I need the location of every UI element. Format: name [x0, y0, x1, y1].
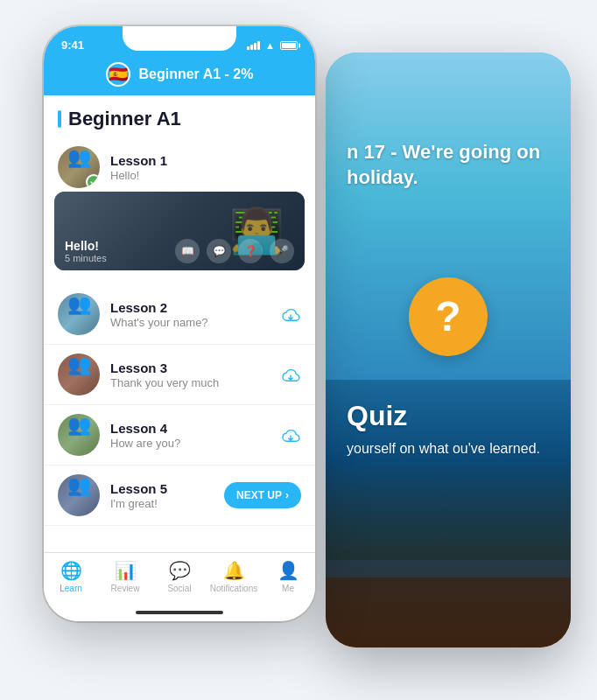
me-label: Me: [282, 584, 294, 593]
quiz-description: yourself on what ou've learned.: [347, 439, 540, 458]
lesson-item-4[interactable]: 👥 Lesson 4 How are you?: [44, 405, 315, 466]
review-icon: 📊: [115, 560, 137, 581]
card-icon-3[interactable]: ❓: [238, 239, 263, 263]
completed-badge: [86, 174, 100, 188]
lesson-5-info: Lesson 5 I'm great!: [110, 481, 214, 510]
card-icon-1[interactable]: 📖: [175, 239, 200, 263]
header-bar: 🇪🇸 Beginner A1 - 2%: [44, 55, 315, 95]
lesson-3-info: Lesson 3 Thank you very much: [110, 360, 270, 389]
quiz-card: n 17 - We're going on holiday. ? Quiz yo…: [326, 52, 571, 648]
lesson-3-avatar: 👥: [58, 354, 100, 396]
lesson-1-info: Lesson 1 Hello!: [110, 153, 301, 182]
lesson-4-title: Lesson 4: [110, 421, 270, 436]
lesson-item-2[interactable]: 👥 Lesson 2 What's your name?: [44, 284, 315, 345]
section-title-bar: [58, 110, 61, 128]
me-icon: 👤: [277, 560, 299, 581]
lesson-3-title: Lesson 3: [110, 360, 270, 375]
lesson-2-info: Lesson 2 What's your name?: [110, 300, 270, 329]
lesson-list: 👥 Lesson 1 Hello! 👨‍💻: [44, 137, 315, 552]
social-label: Social: [167, 584, 191, 593]
lesson-item-5[interactable]: 👥 Lesson 5 I'm great! NEXT UP ›: [44, 466, 315, 526]
lesson-3-subtitle: Thank you very much: [110, 376, 270, 389]
card-icon-4[interactable]: 🎤: [270, 239, 294, 263]
status-time: 9:41: [61, 38, 84, 52]
lesson-2-avatar: 👥: [58, 293, 100, 335]
download-icon-3[interactable]: [280, 364, 301, 385]
lesson-item-1[interactable]: 👥 Lesson 1 Hello!: [44, 137, 315, 192]
download-icon-4[interactable]: [280, 424, 301, 445]
lesson-item-3[interactable]: 👥 Lesson 3 Thank you very much: [44, 345, 315, 405]
card-icon-2[interactable]: 💬: [207, 239, 231, 263]
home-bar: [136, 611, 223, 614]
download-icon-2[interactable]: [280, 304, 301, 325]
lesson-4-avatar: 👥: [58, 414, 100, 456]
notifications-icon: 🔔: [223, 560, 245, 581]
quiz-circle: ?: [409, 277, 488, 356]
lesson-1-subtitle: Hello!: [110, 169, 301, 182]
lesson-4-subtitle: How are you?: [110, 437, 270, 450]
battery-icon: [280, 41, 298, 50]
section-title: Beginner A1: [44, 95, 315, 137]
content-area: Beginner A1 👥 Lesson 1 Hello!: [44, 95, 315, 552]
phone-frame: 9:41 ▲ 🇪🇸 Beginner A1 - 2% Beginner A1: [44, 26, 315, 621]
learn-label: Learn: [60, 584, 82, 593]
question-mark-icon: ?: [435, 296, 460, 338]
signal-icon: [247, 41, 260, 50]
status-icons: ▲: [247, 40, 298, 51]
lesson-5-avatar: 👥: [58, 474, 100, 516]
nav-item-social[interactable]: 💬 Social: [152, 560, 207, 593]
phone-notch: [123, 26, 236, 51]
notifications-label: Notifications: [210, 584, 257, 593]
next-up-button[interactable]: NEXT UP ›: [224, 482, 301, 508]
lesson-4-info: Lesson 4 How are you?: [110, 421, 270, 450]
lesson-2-subtitle: What's your name?: [110, 316, 270, 329]
social-icon: 💬: [169, 560, 191, 581]
lesson-5-title: Lesson 5: [110, 481, 214, 496]
lesson-1-avatar: 👥: [58, 146, 100, 188]
header-title: Beginner A1 - 2%: [139, 66, 254, 82]
quiz-lesson-text: n 17 - We're going on holiday.: [347, 140, 550, 190]
home-indicator: [44, 607, 315, 621]
review-label: Review: [111, 584, 140, 593]
lesson-1-title: Lesson 1: [110, 153, 301, 168]
flag-icon: 🇪🇸: [106, 62, 130, 87]
lesson-5-subtitle: I'm great!: [110, 497, 214, 510]
nav-item-notifications[interactable]: 🔔 Notifications: [207, 560, 261, 593]
learn-icon: 🌐: [60, 560, 82, 581]
nav-item-me[interactable]: 👤 Me: [261, 560, 315, 593]
section-title-text: Beginner A1: [68, 108, 181, 130]
nav-item-learn[interactable]: 🌐 Learn: [44, 560, 98, 593]
lesson-2-title: Lesson 2: [110, 300, 270, 315]
wifi-icon: ▲: [265, 40, 275, 51]
next-up-chevron: ›: [285, 489, 289, 501]
expanded-card-actions: 📖 💬 ❓ 🎤: [175, 239, 294, 263]
nav-item-review[interactable]: 📊 Review: [98, 560, 152, 593]
next-up-label: NEXT UP: [236, 489, 282, 501]
expanded-lesson-card[interactable]: 👨‍💻 Hello! 5 minutes 📖 💬 ❓ 🎤: [44, 192, 315, 284]
bottom-nav: 🌐 Learn 📊 Review 💬 Social 🔔 Notification…: [44, 552, 315, 607]
quiz-label: Quiz: [347, 400, 540, 432]
